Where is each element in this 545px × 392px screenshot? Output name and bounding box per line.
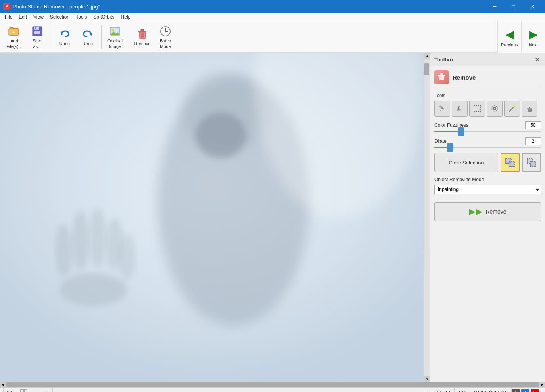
info-button[interactable]: ℹ xyxy=(512,389,520,392)
next-icon: ▶ xyxy=(529,28,538,41)
maximize-button[interactable]: □ xyxy=(505,0,523,13)
remove-label: Remove xyxy=(134,41,151,46)
svg-rect-53 xyxy=(527,108,532,109)
clear-selection-button[interactable]: Clear Selection xyxy=(434,153,498,172)
color-fuzziness-value[interactable]: 50 xyxy=(525,121,541,129)
orm-dropdown[interactable]: Inpainting Smart Fill Content Aware xyxy=(434,185,541,194)
stamp-tool-button[interactable] xyxy=(522,101,537,117)
save-as-icon xyxy=(31,25,44,38)
svg-rect-6 xyxy=(34,31,40,34)
canvas-area[interactable]: ▲ ▼ xyxy=(0,53,430,382)
svg-rect-37 xyxy=(438,75,445,76)
svg-point-46 xyxy=(493,107,496,110)
remove-toolbar-icon xyxy=(136,28,149,40)
zoom-minus[interactable]: ─ xyxy=(27,390,32,392)
save-as-button[interactable]: Save as... xyxy=(26,23,48,51)
add-files-button[interactable]: + Add File(s)... xyxy=(3,23,25,51)
svg-point-47 xyxy=(492,106,497,111)
batch-label2: Mode xyxy=(160,44,171,49)
svg-rect-59 xyxy=(530,161,536,167)
menu-tools[interactable]: Tools xyxy=(73,13,90,21)
rect-select-tool-button[interactable] xyxy=(469,101,485,117)
close-button[interactable]: ✕ xyxy=(524,0,542,13)
menu-help[interactable]: Help xyxy=(118,13,134,21)
tools-section: Tools xyxy=(434,93,541,117)
settings-tool-button[interactable] xyxy=(487,101,503,117)
wand-tool-button[interactable]: ★ xyxy=(504,101,520,117)
original-image-button[interactable]: Original Image xyxy=(104,23,126,51)
dilate-thumb[interactable] xyxy=(447,143,453,152)
horizontal-scrollbar[interactable]: ◀ ▶ xyxy=(0,382,545,387)
original-image-label: Original xyxy=(107,38,123,43)
svg-text:+: + xyxy=(12,30,15,34)
toolbar-sep-3 xyxy=(129,25,129,49)
remove-section-icon xyxy=(434,70,449,84)
menu-file[interactable]: File xyxy=(2,13,15,21)
vertical-scrollbar[interactable]: ▲ ▼ xyxy=(424,53,430,382)
menu-softorbits[interactable]: SoftOrbits xyxy=(90,13,117,21)
menu-selection[interactable]: Selection xyxy=(47,13,73,21)
color-fuzziness-section: Color Fuzziness 50 xyxy=(434,121,541,132)
social-icons: ℹ f ▶ xyxy=(512,389,542,392)
svg-text:★: ★ xyxy=(514,105,516,107)
svg-point-36 xyxy=(195,112,246,158)
scroll-up-button[interactable]: ▲ xyxy=(424,53,430,59)
dilate-section: Dilate 2 xyxy=(434,137,541,148)
zoom-slider[interactable]: ▬▬▬ xyxy=(32,390,45,392)
remove-action-button[interactable]: ▶▶ Remove xyxy=(434,202,541,221)
image-canvas xyxy=(0,53,424,382)
magic-fill-tool-button[interactable] xyxy=(452,101,468,117)
toolbox-close-button[interactable]: ✕ xyxy=(533,55,541,63)
minimize-button[interactable]: ─ xyxy=(486,0,504,13)
color-fuzziness-track[interactable] xyxy=(434,131,541,132)
scroll-right-button[interactable]: ▶ xyxy=(539,382,545,387)
remove-toolbar-button[interactable]: Remove xyxy=(131,23,154,51)
svg-rect-1 xyxy=(10,27,13,29)
youtube-button[interactable]: ▶ xyxy=(531,389,539,392)
color-fuzziness-thumb[interactable] xyxy=(458,127,464,136)
orm-label: Object Removing Mode xyxy=(434,177,541,182)
svg-point-11 xyxy=(112,29,114,31)
save-as-label: Save xyxy=(32,38,42,43)
titlebar: P Photo Stamp Remover - people-1.jpg* ─ … xyxy=(0,0,545,13)
batch-mode-icon xyxy=(159,25,172,38)
scroll-thumb-vertical[interactable] xyxy=(424,63,429,75)
undo-icon xyxy=(58,28,71,40)
next-button[interactable]: ▶ Next xyxy=(521,21,545,53)
menubar: File Edit View Selection Tools SoftOrbit… xyxy=(0,13,545,21)
scroll-thumb-horizontal[interactable] xyxy=(6,382,539,387)
undo-button[interactable]: Undo xyxy=(54,23,76,51)
title-left: P Photo Stamp Remover - people-1.jpg* xyxy=(3,3,100,10)
svg-line-48 xyxy=(509,107,513,111)
zoom-icon[interactable] xyxy=(20,389,27,392)
svg-point-19 xyxy=(165,31,166,32)
add-files-icon: + xyxy=(8,25,21,38)
previous-label: Previous xyxy=(501,42,518,47)
redo-button[interactable]: Redo xyxy=(77,23,99,51)
scroll-left-button[interactable]: ◀ xyxy=(0,382,6,387)
undo-label: Undo xyxy=(59,41,70,46)
facebook-button[interactable]: f xyxy=(521,389,529,392)
dilate-track[interactable] xyxy=(434,147,541,148)
batch-mode-button[interactable]: Batch Mode xyxy=(154,23,177,51)
svg-rect-5 xyxy=(34,27,39,30)
subtract-selection-button[interactable] xyxy=(522,153,541,172)
add-selection-button[interactable] xyxy=(501,153,520,172)
toolbox-body: Remove Tools xyxy=(430,66,545,225)
svg-rect-60 xyxy=(21,390,23,392)
previous-button[interactable]: ◀ Previous xyxy=(497,21,521,53)
dimensions-display: (1920x1280x24) xyxy=(470,388,512,392)
batch-label: Batch xyxy=(160,38,171,43)
menu-edit[interactable]: Edit xyxy=(15,13,30,21)
menu-view[interactable]: View xyxy=(30,13,47,21)
zoom-plus[interactable]: + xyxy=(45,390,49,392)
tools-label: Tools xyxy=(434,93,541,98)
pencil-tool-button[interactable] xyxy=(434,101,450,117)
scroll-down-button[interactable]: ▼ xyxy=(424,376,430,382)
zoom-icon-seg: ─ ▬▬▬ + xyxy=(17,388,53,392)
redo-label: Redo xyxy=(83,41,93,46)
color-fuzziness-fill xyxy=(434,131,461,132)
format-display: JPG xyxy=(455,388,470,392)
dilate-value[interactable]: 2 xyxy=(525,137,541,145)
toolbar-sep-2 xyxy=(101,25,102,49)
